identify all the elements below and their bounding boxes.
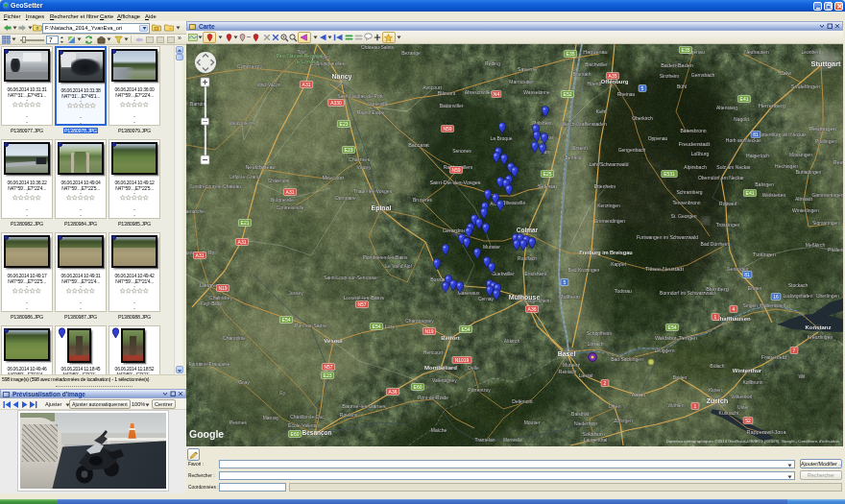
svg-text:Todtnau: Todtnau [615, 288, 632, 294]
svg-text:Furtwangen im Schwarzwald: Furtwangen im Schwarzwald [637, 234, 698, 240]
svg-text:Lörrach: Lörrach [588, 341, 604, 347]
svg-text:E21: E21 [241, 220, 250, 226]
svg-text:Zofingen: Zofingen [614, 418, 633, 423]
svg-text:Kenzingen: Kenzingen [597, 203, 620, 208]
svg-text:Baiersbronn: Baiersbronn [681, 128, 707, 133]
svg-text:Winterlingen: Winterlingen [792, 207, 819, 213]
svg-text:Rheinau: Rheinau [617, 91, 636, 97]
svg-text:Gondrecourt-le-Château: Gondrecourt-le-Château [189, 183, 241, 189]
svg-text:Mulhouse: Mulhouse [509, 294, 541, 300]
svg-text:Waldshut-Tiengen: Waldshut-Tiengen [655, 335, 697, 341]
svg-text:Oberkirch: Oberkirch [632, 115, 653, 121]
svg-text:Rottweil: Rottweil [719, 201, 736, 206]
svg-text:Ludwigshafen: Ludwigshafen [784, 293, 813, 299]
svg-text:Delle: Delle [468, 365, 479, 371]
svg-text:Neuhausen: Neuhausen [744, 49, 769, 55]
svg-text:Héricourt: Héricourt [423, 349, 444, 355]
svg-text:Abreschviller: Abreschviller [465, 89, 493, 95]
svg-text:Saint-Nicolas-de-Port: Saint-Nicolas-de-Port [337, 93, 383, 99]
svg-text:N19: N19 [424, 328, 433, 334]
svg-text:16: 16 [773, 294, 779, 300]
svg-text:E60: E60 [414, 384, 422, 390]
svg-text:Tuttlingen: Tuttlingen [753, 252, 776, 257]
svg-text:Cernay: Cernay [478, 296, 495, 301]
svg-text:Senones: Senones [452, 148, 471, 154]
svg-text:Fontaine-Française: Fontaine-Française [188, 361, 229, 367]
svg-text:Brumath: Brumath [573, 71, 592, 77]
svg-text:N1019: N1019 [455, 357, 470, 363]
svg-text:Ensisheim: Ensisheim [524, 271, 546, 276]
svg-text:Porrentruy: Porrentruy [468, 387, 491, 393]
svg-text:Reutlingen: Reutlingen [809, 126, 837, 132]
svg-text:Burladingen: Burladingen [796, 169, 822, 175]
svg-text:Hechingen: Hechingen [775, 163, 798, 169]
svg-text:1: 1 [714, 314, 717, 320]
svg-text:A31: A31 [238, 239, 247, 245]
svg-text:Ribeauvillé: Ribeauvillé [502, 200, 526, 205]
svg-text:Meßkirch: Meßkirch [806, 242, 826, 248]
svg-text:E531: E531 [664, 171, 675, 177]
svg-text:Balingen: Balingen [755, 181, 774, 187]
svg-text:Châtillon-le-Duc: Châtillon-le-Duc [290, 414, 325, 420]
svg-text:Dompaire: Dompaire [335, 195, 356, 201]
svg-text:Oppenau: Oppenau [648, 135, 668, 141]
svg-text:N59: N59 [451, 167, 460, 173]
svg-text:Langenthal: Langenthal [584, 437, 608, 443]
svg-text:E60: E60 [291, 431, 300, 437]
svg-text:Gammertingen: Gammertingen [811, 192, 843, 198]
svg-text:Bühl: Bühl [677, 84, 687, 89]
svg-text:Alpirsbach: Alpirsbach [684, 164, 707, 170]
svg-text:Réding: Réding [485, 60, 500, 66]
svg-text:E23: E23 [345, 147, 353, 153]
svg-text:Ettenheim: Ettenheim [594, 183, 616, 189]
svg-text:Blâmont: Blâmont [438, 90, 456, 96]
svg-text:St. Georgen: St. Georgen [671, 213, 697, 219]
svg-text:Bülach: Bülach [710, 363, 725, 369]
svg-text:Lure: Lure [384, 324, 395, 329]
svg-text:Stockach: Stockach [788, 282, 809, 288]
svg-text:5: 5 [641, 85, 644, 91]
svg-text:Saint-Loup-sur-Semouse: Saint-Loup-sur-Semouse [324, 275, 377, 280]
svg-text:Port-sur-Saône: Port-sur-Saône [295, 323, 327, 328]
svg-text:Wasselonne: Wasselonne [523, 89, 550, 95]
svg-text:Châtenois: Châtenois [268, 178, 290, 183]
svg-text:Barrois: Barrois [190, 101, 205, 107]
svg-text:Kollbrunn: Kollbrunn [742, 379, 762, 385]
svg-text:7: 7 [793, 348, 796, 353]
svg-text:Château-Salins: Château-Salins [361, 44, 395, 50]
svg-text:Vesoul: Vesoul [324, 338, 343, 344]
svg-text:La Broque: La Broque [490, 135, 512, 141]
svg-text:Saint-Dié-des-Vosges: Saint-Dié-des-Vosges [429, 180, 480, 185]
svg-text:Muttenz: Muttenz [563, 362, 580, 368]
svg-text:Haguenau: Haguenau [583, 49, 607, 55]
svg-text:Leuggern: Leuggern [654, 348, 674, 353]
svg-text:Mirecourt: Mirecourt [323, 175, 345, 180]
svg-text:Dieuze: Dieuze [514, 44, 529, 45]
svg-text:Küsnacht: Küsnacht [719, 410, 739, 416]
svg-text:Moutier: Moutier [524, 420, 541, 425]
svg-text:de Lorraine: de Lorraine [295, 59, 320, 64]
svg-text:Sindelfingen: Sindelfingen [791, 84, 820, 89]
svg-text:A31: A31 [286, 189, 295, 195]
svg-text:Lahr/Schwarzwald: Lahr/Schwarzwald [590, 161, 629, 167]
svg-text:Roulans: Roulans [340, 412, 358, 418]
svg-text:Pfullendorf: Pfullendorf [828, 247, 843, 252]
svg-text:Raon-l'Étape: Raon-l'Étape [357, 109, 385, 115]
svg-text:Valentigney: Valentigney [432, 377, 457, 383]
svg-text:Winterthur: Winterthur [733, 368, 762, 373]
svg-text:A31: A31 [196, 252, 205, 258]
svg-text:N19: N19 [218, 285, 227, 291]
svg-text:Olten: Olten [608, 403, 620, 409]
svg-text:Wohlen: Wohlen [668, 402, 685, 408]
svg-text:Herrenberg: Herrenberg [759, 103, 785, 108]
svg-text:Reinach: Reinach [559, 369, 577, 374]
svg-text:Konstanz: Konstanz [806, 324, 832, 330]
svg-text:Emmendingen: Emmendingen [594, 218, 625, 224]
svg-text:Volketswil: Volketswil [731, 394, 752, 399]
svg-text:Bezange: Bezange [401, 50, 421, 56]
svg-text:Liffol-le-Grand: Liffol-le-Grand [229, 174, 260, 180]
svg-text:A36: A36 [528, 306, 537, 312]
svg-text:Basel: Basel [558, 350, 576, 357]
svg-text:Besançon: Besançon [302, 429, 331, 437]
svg-text:Vaucouleurs: Vaucouleurs [229, 120, 255, 126]
